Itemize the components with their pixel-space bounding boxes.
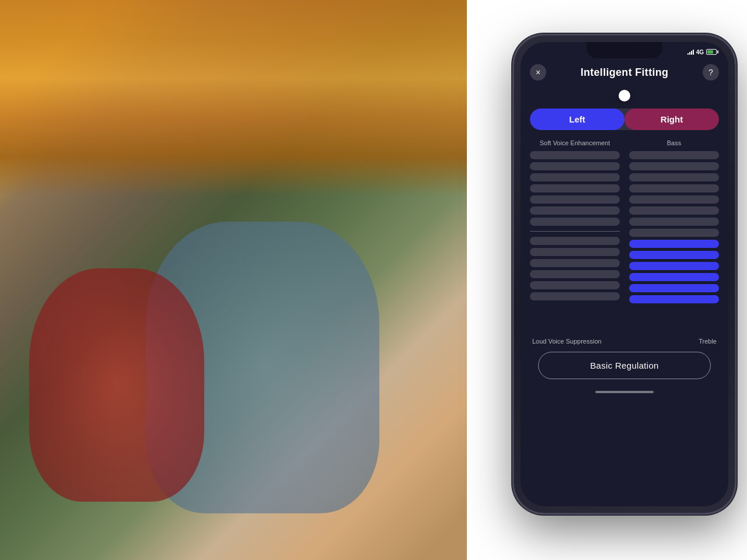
- bass-bar-11[interactable]: [629, 262, 719, 270]
- battery-icon: [706, 49, 717, 55]
- bass-bar-14[interactable]: [629, 295, 719, 303]
- bass-column: Bass: [629, 139, 719, 338]
- phone-screen: 4G × Intelligent Fitting ? Left Right: [521, 42, 728, 506]
- phone-mockup: 4G × Intelligent Fitting ? Left Right: [514, 35, 735, 513]
- soft-voice-bars: [530, 151, 620, 338]
- signal-bar-2: [689, 52, 690, 55]
- basic-regulation-button[interactable]: Basic Regulation: [538, 352, 711, 379]
- bass-bar-13[interactable]: [629, 284, 719, 292]
- bar-3[interactable]: [530, 173, 620, 181]
- bar-1[interactable]: [530, 151, 620, 159]
- bar-9[interactable]: [530, 237, 620, 245]
- bass-bar-10[interactable]: [629, 251, 719, 259]
- bar-6[interactable]: [530, 206, 620, 215]
- bass-bar-7[interactable]: [629, 218, 719, 226]
- lr-toggle[interactable]: Left Right: [530, 108, 719, 130]
- bar-12[interactable]: [530, 270, 620, 278]
- bass-bar-4[interactable]: [629, 184, 719, 192]
- help-button[interactable]: ?: [703, 64, 719, 80]
- close-button[interactable]: ×: [530, 64, 546, 80]
- bass-bar-9[interactable]: [629, 240, 719, 248]
- bar-5[interactable]: [530, 195, 620, 204]
- bar-7[interactable]: [530, 218, 620, 226]
- soft-voice-label: Soft Voice Enhancement: [530, 139, 620, 146]
- bass-bar-5[interactable]: [629, 195, 719, 204]
- bar-8[interactable]: [530, 231, 620, 232]
- signal-bar-4: [693, 50, 694, 55]
- bar-2[interactable]: [530, 162, 620, 170]
- bar-11[interactable]: [530, 259, 620, 267]
- bass-bar-1[interactable]: [629, 151, 719, 159]
- battery-fill: [707, 50, 713, 54]
- bar-4[interactable]: [530, 184, 620, 192]
- bass-bar-8[interactable]: [629, 229, 719, 237]
- signal-bar-3: [691, 51, 692, 55]
- signal-bar-1: [687, 53, 689, 55]
- selector-area: [521, 88, 728, 108]
- phone-notch: [587, 42, 662, 58]
- power-button: [735, 140, 738, 175]
- right-ear-button[interactable]: Right: [624, 108, 719, 130]
- bass-bar-2[interactable]: [629, 162, 719, 170]
- app-title: Intelligent Fitting: [581, 66, 669, 79]
- signal-icon: [687, 49, 694, 55]
- toggle-dot: [619, 90, 630, 102]
- phone-frame: 4G × Intelligent Fitting ? Left Right: [514, 35, 735, 513]
- bar-13[interactable]: [530, 281, 620, 289]
- bass-label: Bass: [629, 139, 719, 146]
- bass-bar-3[interactable]: [629, 173, 719, 181]
- status-icons: 4G: [687, 49, 717, 55]
- left-ear-button[interactable]: Left: [530, 108, 624, 130]
- background-photo: [0, 0, 525, 560]
- bass-bar-12[interactable]: [629, 273, 719, 281]
- bar-10[interactable]: [530, 248, 620, 256]
- treble-label: Treble: [699, 338, 717, 345]
- sliders-area: Soft Voice Enhancement: [521, 139, 728, 338]
- woman-figure: [29, 268, 204, 502]
- foliage-overlay: [0, 0, 525, 196]
- bar-14[interactable]: [530, 292, 620, 300]
- bottom-labels: Loud Voice Suppression Treble: [521, 338, 728, 345]
- app-header: × Intelligent Fitting ?: [521, 60, 728, 88]
- bass-bar-6[interactable]: [629, 206, 719, 215]
- bass-bars: [629, 151, 719, 338]
- soft-voice-column: Soft Voice Enhancement: [530, 139, 620, 338]
- home-indicator: [595, 391, 654, 393]
- network-type: 4G: [696, 49, 704, 55]
- loud-voice-label: Loud Voice Suppression: [532, 338, 602, 345]
